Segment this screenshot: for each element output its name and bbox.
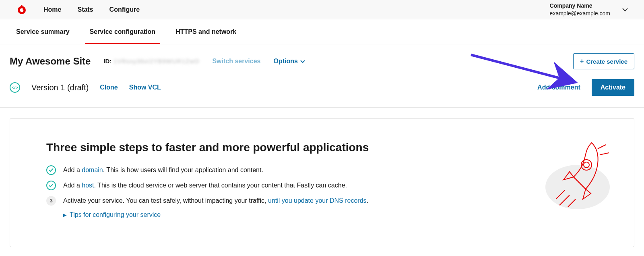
step-number-badge: 3 — [46, 196, 56, 206]
service-tabs: Service summary Service configuration HT… — [0, 19, 644, 44]
service-header-left: My Awesome Site ID: 1VRxxy36xI2YB9WUR1Zw… — [10, 56, 305, 67]
checkmark-icon — [46, 165, 56, 175]
svg-point-5 — [545, 165, 610, 209]
dns-records-link[interactable]: until you update your DNS records — [268, 197, 367, 204]
domain-link[interactable]: domain — [82, 167, 103, 173]
switch-services-link[interactable]: Switch services — [212, 58, 260, 65]
nav-stats[interactable]: Stats — [77, 6, 93, 13]
tab-service-configuration[interactable]: Service configuration — [90, 20, 156, 44]
chevron-down-icon — [300, 60, 305, 63]
create-service-label: Create service — [586, 58, 627, 65]
version-row-left: </> Version 1 (draft) Clone Show VCL — [10, 82, 161, 93]
step-2-pre: Add a — [63, 182, 82, 189]
plus-icon: + — [580, 58, 584, 65]
version-row-right: Add comment Activate — [537, 79, 634, 96]
tab-https-network[interactable]: HTTPS and network — [175, 20, 236, 44]
service-id-label: ID: — [103, 58, 111, 65]
step-3-text: Activate your service. You can test safe… — [63, 196, 368, 206]
service-id-group: ID: 1VRxxy36xI2YB9WUR1ZwO — [103, 58, 199, 65]
topbar: Home Stats Configure Company Name exampl… — [0, 0, 644, 19]
clone-link[interactable]: Clone — [100, 84, 118, 91]
options-label: Options — [274, 58, 298, 65]
service-header-row: My Awesome Site ID: 1VRxxy36xI2YB9WUR1Zw… — [0, 44, 644, 75]
account-block[interactable]: Company Name example@example.com — [550, 2, 610, 17]
onboarding-heading: Three simple steps to faster and more po… — [46, 141, 598, 154]
onboarding-card: Three simple steps to faster and more po… — [10, 118, 634, 247]
topbar-left: Home Stats Configure — [16, 4, 140, 15]
svg-rect-2 — [21, 5, 23, 6]
version-label: Version 1 (draft) — [31, 83, 89, 92]
service-title: My Awesome Site — [10, 56, 91, 67]
version-row: </> Version 1 (draft) Clone Show VCL Add… — [0, 75, 644, 108]
step-1: Add a domain. This is how users will fin… — [46, 165, 598, 175]
rocket-illustration-icon — [529, 135, 614, 215]
step-2-post: . This is the cloud service or web serve… — [94, 182, 347, 189]
step-3: 3 Activate your service. You can test sa… — [46, 196, 598, 206]
service-id-value: 1VRxxy36xI2YB9WUR1ZwO — [114, 58, 200, 65]
step-2-text: Add a host. This is the cloud service or… — [63, 181, 347, 190]
checkmark-icon — [46, 181, 56, 190]
step-3-post: . — [367, 197, 368, 204]
account-chevron-down-icon[interactable] — [622, 6, 628, 13]
code-icon: </> — [10, 82, 20, 93]
step-1-pre: Add a — [63, 167, 82, 173]
topbar-right: Company Name example@example.com — [550, 2, 628, 17]
activate-button[interactable]: Activate — [592, 79, 634, 96]
create-service-button[interactable]: + Create service — [573, 53, 634, 69]
tips-label: Tips for configuring your service — [70, 211, 161, 219]
step-3-pre: Activate your service. You can test safe… — [63, 197, 268, 204]
nav-configure[interactable]: Configure — [109, 6, 140, 13]
account-company: Company Name — [550, 2, 610, 9]
account-email: example@example.com — [550, 10, 610, 17]
host-link[interactable]: host — [82, 182, 94, 189]
step-2: Add a host. This is the cloud service or… — [46, 181, 598, 190]
product-logo-icon[interactable] — [16, 4, 27, 15]
options-dropdown[interactable]: Options — [274, 58, 305, 65]
nav-home[interactable]: Home — [43, 6, 61, 13]
show-vcl-link[interactable]: Show VCL — [129, 84, 161, 91]
tab-service-summary[interactable]: Service summary — [16, 20, 70, 44]
add-comment-link[interactable]: Add comment — [537, 84, 580, 91]
tips-toggle[interactable]: ▶ Tips for configuring your service — [63, 211, 598, 219]
triangle-right-icon: ▶ — [63, 212, 66, 218]
step-1-text: Add a domain. This is how users will fin… — [63, 165, 263, 175]
step-1-post: . This is how users will find your appli… — [103, 167, 263, 173]
